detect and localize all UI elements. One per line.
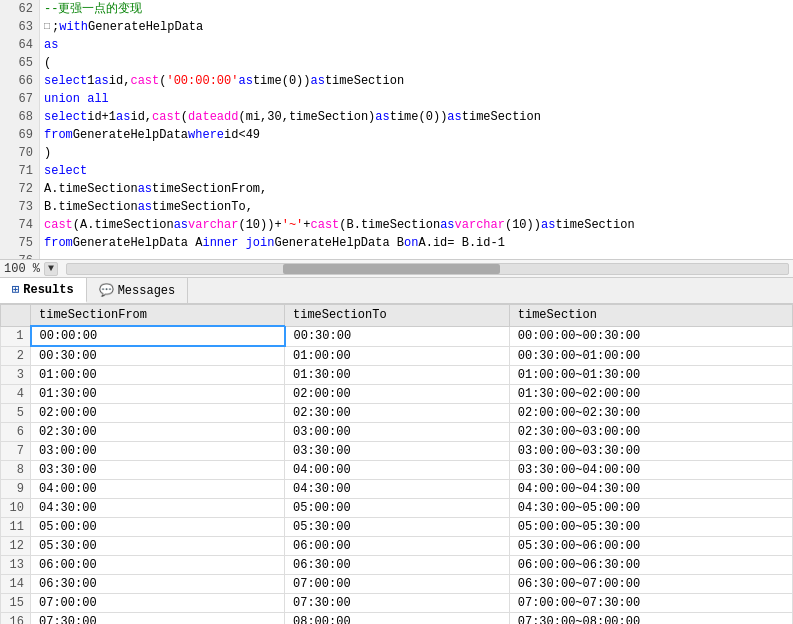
table-cell[interactable]: 02:30:00	[285, 404, 510, 423]
table-row[interactable]: 301:00:0001:30:0001:00:00~01:30:00	[1, 366, 793, 385]
tab-messages[interactable]: 💬 Messages	[87, 278, 189, 303]
code-token: cast	[44, 216, 73, 234]
table-cell[interactable]: 04:30:00	[31, 499, 285, 518]
row-number: 3	[1, 366, 31, 385]
table-cell[interactable]: 06:30:00	[285, 556, 510, 575]
code-line-74: cast(A.timeSection as varchar(10))+'~'+c…	[44, 216, 789, 234]
table-cell[interactable]: 05:00:00	[31, 518, 285, 537]
scrollbar-thumb[interactable]	[283, 264, 499, 274]
row-number: 15	[1, 594, 31, 613]
code-token: id+1	[87, 108, 116, 126]
table-cell[interactable]: 04:30:00	[285, 480, 510, 499]
table-cell[interactable]: 02:00:00~02:30:00	[509, 404, 792, 423]
table-cell[interactable]: 00:30:00	[31, 346, 285, 366]
table-cell[interactable]: 01:30:00	[31, 385, 285, 404]
table-cell[interactable]: 06:00:00~06:30:00	[509, 556, 792, 575]
table-row[interactable]: 401:30:0002:00:0001:30:00~02:00:00	[1, 385, 793, 404]
table-row[interactable]: 1205:30:0006:00:0005:30:00~06:00:00	[1, 537, 793, 556]
table-cell[interactable]: 06:00:00	[285, 537, 510, 556]
code-token: as	[94, 72, 108, 90]
table-cell[interactable]: 02:00:00	[31, 404, 285, 423]
code-token: cast	[130, 72, 159, 90]
table-cell[interactable]: 06:00:00	[31, 556, 285, 575]
horizontal-scrollbar[interactable]	[66, 263, 789, 275]
line-number-62: 62	[6, 0, 33, 18]
zoom-control[interactable]: 100 % ▼	[4, 262, 58, 276]
table-cell[interactable]: 00:30:00~01:00:00	[509, 346, 792, 366]
table-cell[interactable]: 04:00:00	[285, 461, 510, 480]
table-cell[interactable]: 05:30:00~06:00:00	[509, 537, 792, 556]
code-token: (10))+	[238, 216, 281, 234]
line-number-64: 64	[6, 36, 33, 54]
code-token: as	[138, 198, 152, 216]
table-cell[interactable]: 06:30:00	[31, 575, 285, 594]
table-cell[interactable]: 08:00:00	[285, 613, 510, 625]
table-row[interactable]: 1607:30:0008:00:0007:30:00~08:00:00	[1, 613, 793, 625]
code-token: id<49	[224, 126, 260, 144]
code-token: timeSection	[462, 108, 541, 126]
code-token: select	[44, 108, 87, 126]
table-row[interactable]: 100:00:0000:30:0000:00:00~00:30:00	[1, 326, 793, 346]
table-cell[interactable]: 07:30:00~08:00:00	[509, 613, 792, 625]
code-token: as	[174, 216, 188, 234]
table-cell[interactable]: 04:00:00~04:30:00	[509, 480, 792, 499]
zoom-down-icon[interactable]: ▼	[44, 262, 58, 276]
table-cell[interactable]: 03:30:00~04:00:00	[509, 461, 792, 480]
results-container[interactable]: timeSectionFrom timeSectionTo timeSectio…	[0, 304, 793, 624]
table-cell[interactable]: 02:30:00~03:00:00	[509, 423, 792, 442]
table-cell[interactable]: 01:30:00~02:00:00	[509, 385, 792, 404]
results-grid-icon: ⊞	[12, 282, 19, 297]
table-cell[interactable]: 04:00:00	[31, 480, 285, 499]
table-cell[interactable]: 01:30:00	[285, 366, 510, 385]
table-cell[interactable]: 07:00:00	[285, 575, 510, 594]
table-cell[interactable]: 03:00:00	[285, 423, 510, 442]
table-row[interactable]: 200:30:0001:00:0000:30:00~01:00:00	[1, 346, 793, 366]
table-cell[interactable]: 01:00:00	[285, 346, 510, 366]
code-token: as	[310, 72, 324, 90]
table-cell[interactable]: 03:00:00	[31, 442, 285, 461]
table-cell[interactable]: 04:30:00~05:00:00	[509, 499, 792, 518]
table-row[interactable]: 1406:30:0007:00:0006:30:00~07:00:00	[1, 575, 793, 594]
table-row[interactable]: 803:30:0004:00:0003:30:00~04:00:00	[1, 461, 793, 480]
line-number-74: 74	[6, 216, 33, 234]
table-cell[interactable]: 02:00:00	[285, 385, 510, 404]
table-row[interactable]: 502:00:0002:30:0002:00:00~02:30:00	[1, 404, 793, 423]
table-row[interactable]: 703:00:0003:30:0003:00:00~03:30:00	[1, 442, 793, 461]
table-cell[interactable]: 06:30:00~07:00:00	[509, 575, 792, 594]
code-editor[interactable]: 626364656667686970717273747576 --更强一点的变现…	[0, 0, 793, 260]
table-cell[interactable]: 02:30:00	[31, 423, 285, 442]
code-token: GenerateHelpData	[73, 126, 188, 144]
table-row[interactable]: 1306:00:0006:30:0006:00:00~06:30:00	[1, 556, 793, 575]
code-token: with	[59, 18, 88, 36]
line-number-72: 72	[6, 180, 33, 198]
table-cell[interactable]: 07:30:00	[285, 594, 510, 613]
table-row[interactable]: 1507:00:0007:30:0007:00:00~07:30:00	[1, 594, 793, 613]
table-cell[interactable]: 07:00:00~07:30:00	[509, 594, 792, 613]
table-cell[interactable]: 00:00:00~00:30:00	[509, 326, 792, 346]
table-row[interactable]: 602:30:0003:00:0002:30:00~03:00:00	[1, 423, 793, 442]
table-cell[interactable]: 03:30:00	[31, 461, 285, 480]
line-number-71: 71	[6, 162, 33, 180]
tab-results-label: Results	[23, 283, 73, 297]
table-cell[interactable]: 07:00:00	[31, 594, 285, 613]
table-row[interactable]: 904:00:0004:30:0004:00:00~04:30:00	[1, 480, 793, 499]
code-token: )	[44, 144, 51, 162]
table-cell[interactable]: 01:00:00~01:30:00	[509, 366, 792, 385]
table-cell[interactable]: 00:00:00	[31, 326, 285, 346]
table-cell[interactable]: 03:00:00~03:30:00	[509, 442, 792, 461]
row-number: 14	[1, 575, 31, 594]
fold-icon[interactable]: □	[44, 18, 50, 36]
code-line-64: as	[44, 36, 789, 54]
tab-results[interactable]: ⊞ Results	[0, 278, 87, 303]
table-row[interactable]: 1004:30:0005:00:0004:30:00~05:00:00	[1, 499, 793, 518]
table-cell[interactable]: 05:00:00~05:30:00	[509, 518, 792, 537]
table-row[interactable]: 1105:00:0005:30:0005:00:00~05:30:00	[1, 518, 793, 537]
table-cell[interactable]: 01:00:00	[31, 366, 285, 385]
table-cell[interactable]: 05:30:00	[31, 537, 285, 556]
table-cell[interactable]: 00:30:00	[285, 326, 510, 346]
table-cell[interactable]: 05:30:00	[285, 518, 510, 537]
table-cell[interactable]: 03:30:00	[285, 442, 510, 461]
table-cell[interactable]: 07:30:00	[31, 613, 285, 625]
code-content[interactable]: --更强一点的变现□;with GenerateHelpDataas( sele…	[40, 0, 793, 259]
table-cell[interactable]: 05:00:00	[285, 499, 510, 518]
